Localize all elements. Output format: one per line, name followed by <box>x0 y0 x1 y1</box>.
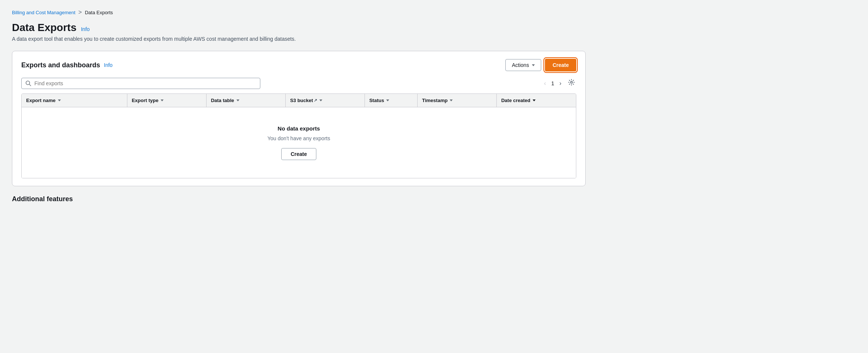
exports-card: Exports and dashboards Info Actions Crea… <box>12 51 586 186</box>
th-export-name-sort-icon <box>58 99 61 101</box>
table-settings-button[interactable] <box>567 77 576 89</box>
card-title: Exports and dashboards <box>21 61 100 69</box>
th-export-name-label: Export name <box>26 98 56 103</box>
th-date-created[interactable]: Date created <box>497 94 576 107</box>
page-title-row: Data Exports Info <box>12 22 586 34</box>
th-timestamp-sort-icon <box>450 99 453 101</box>
table-body: No data exports You don't have any expor… <box>22 107 576 178</box>
th-status-label: Status <box>369 98 384 103</box>
card-actions: Actions Create <box>505 59 576 71</box>
table-header: Export name Export type Data table S3 bu… <box>22 94 576 107</box>
breadcrumb-separator: > <box>78 9 82 16</box>
page-title: Data Exports <box>12 22 77 34</box>
search-icon <box>25 80 31 86</box>
svg-line-1 <box>30 84 31 86</box>
pagination-next-button[interactable]: › <box>557 79 564 88</box>
th-status-sort-icon <box>386 99 389 101</box>
th-s3-bucket[interactable]: S3 bucket ↗ <box>286 94 365 107</box>
th-data-table[interactable]: Data table <box>207 94 286 107</box>
page-info-link[interactable]: Info <box>81 26 90 32</box>
search-row: ‹ 1 › <box>21 77 576 89</box>
additional-features-section: Additional features <box>12 195 586 203</box>
empty-subtitle: You don't have any exports <box>267 135 330 141</box>
empty-state: No data exports You don't have any expor… <box>22 107 576 178</box>
breadcrumb: Billing and Cost Management > Data Expor… <box>12 9 586 16</box>
th-export-type[interactable]: Export type <box>127 94 207 107</box>
create-button[interactable]: Create <box>545 59 576 71</box>
breadcrumb-parent-link[interactable]: Billing and Cost Management <box>12 10 75 15</box>
th-date-created-sort-icon <box>533 99 536 101</box>
th-data-table-sort-icon <box>236 99 239 101</box>
th-status[interactable]: Status <box>365 94 418 107</box>
th-export-name[interactable]: Export name <box>22 94 127 107</box>
th-date-created-label: Date created <box>501 98 530 103</box>
th-export-type-sort-icon <box>161 99 164 101</box>
exports-table: Export name Export type Data table S3 bu… <box>21 93 576 178</box>
th-s3-bucket-sort-icon <box>319 99 322 101</box>
th-s3-bucket-label: S3 bucket <box>290 98 313 103</box>
additional-features-title: Additional features <box>12 195 586 203</box>
card-info-link[interactable]: Info <box>104 62 112 68</box>
pagination-prev-button[interactable]: ‹ <box>542 79 548 88</box>
search-box <box>21 78 260 89</box>
th-timestamp[interactable]: Timestamp <box>418 94 497 107</box>
th-export-type-label: Export type <box>132 98 159 103</box>
svg-point-2 <box>571 82 573 83</box>
search-input[interactable] <box>34 80 256 86</box>
actions-chevron-icon <box>532 64 535 66</box>
actions-button-label: Actions <box>512 62 529 68</box>
th-s3-bucket-label-row: S3 bucket ↗ <box>290 98 317 103</box>
actions-button[interactable]: Actions <box>505 59 541 71</box>
external-link-icon: ↗ <box>314 98 317 103</box>
card-title-row: Exports and dashboards Info <box>21 61 112 69</box>
pagination-row: ‹ 1 › <box>542 77 576 89</box>
th-timestamp-label: Timestamp <box>422 98 447 103</box>
breadcrumb-current: Data Exports <box>85 10 113 15</box>
empty-title: No data exports <box>278 125 320 132</box>
card-header: Exports and dashboards Info Actions Crea… <box>21 59 576 71</box>
gear-icon <box>568 79 575 86</box>
th-data-table-label: Data table <box>211 98 234 103</box>
page-description: A data export tool that enables you to c… <box>12 36 586 42</box>
empty-create-button[interactable]: Create <box>281 148 316 160</box>
pagination-number: 1 <box>551 80 554 86</box>
